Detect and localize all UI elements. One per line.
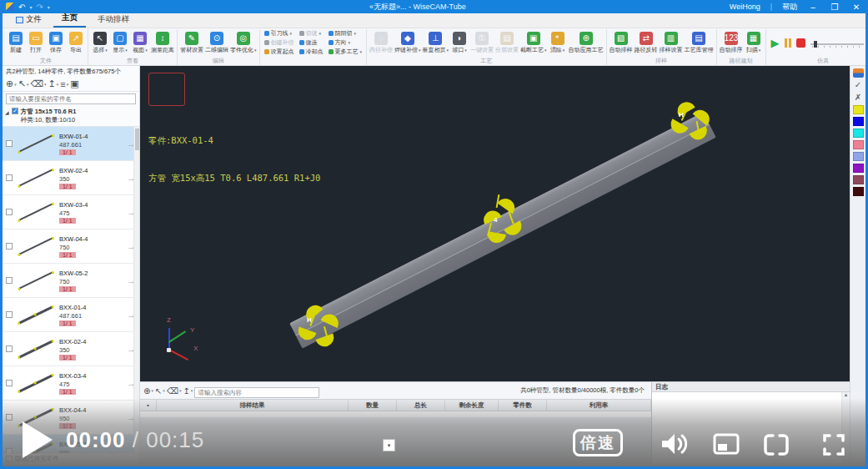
part-list-item[interactable]: BXW-03-4 475 1/ 1 → — [3, 195, 139, 229]
check-circle-icon[interactable]: ✓ — [855, 80, 861, 90]
auto-apply-process-button[interactable]: ⊕ 自动应用工艺▾ — [568, 32, 605, 54]
list-view-button[interactable]: ≡▾ — [60, 79, 68, 89]
video-play-button[interactable] — [23, 421, 53, 458]
result-search-input[interactable] — [194, 387, 319, 398]
color-swatch[interactable] — [853, 117, 864, 126]
color-swatch[interactable] — [853, 129, 864, 138]
part-optimize-button[interactable]: ◎ 零件优化▾ — [229, 32, 258, 54]
pip-icon[interactable] — [713, 433, 740, 456]
weld-seam-comp-button[interactable]: ◆ 焊缝补偿▾ — [394, 32, 422, 54]
tab-file[interactable]: 文件 — [8, 13, 50, 28]
part-checkbox[interactable] — [6, 243, 13, 250]
export-result-button[interactable]: ↥▾ — [183, 386, 193, 396]
layer-setup-button[interactable]: ▤ 分层设置▾ — [494, 32, 519, 54]
path-reverse-button[interactable]: ⇄ 路径反转▾ — [634, 32, 659, 54]
part-checkbox[interactable] — [6, 140, 13, 147]
scan-button[interactable]: ▦ 扫描▾ — [744, 32, 764, 54]
part-list-item[interactable]: BXX-03-4 475 1/ 1 → — [3, 366, 139, 401]
part-checkbox[interactable] — [6, 345, 13, 352]
redo-icon[interactable]: ↷ — [36, 3, 43, 12]
cutoff-process-button[interactable]: ▣ 截断工艺▾ — [519, 32, 548, 54]
color-swatch[interactable] — [853, 187, 864, 196]
fullscreen-icon[interactable] — [821, 433, 846, 456]
viewport-button[interactable]: ▦ 视图▾ — [130, 32, 150, 54]
2d-edit-button[interactable]: ⊙ 二维编辑▾ — [204, 32, 229, 54]
user-name[interactable]: WeiHong — [730, 3, 760, 11]
color-swatch[interactable] — [853, 152, 864, 161]
viewport-3d[interactable]: 零件:BXX-01-4 方管 宽15x高15 T0.6 L487.661 R1+… — [140, 66, 850, 381]
select-part-button[interactable]: ↖▾ — [18, 78, 29, 89]
select-result-button[interactable]: ↖▾ — [155, 386, 165, 396]
sim-play-icon[interactable]: ▶ — [771, 37, 780, 49]
nest-settings-button[interactable]: ▥ 排样设置▾ — [659, 32, 684, 54]
tube-settings-button[interactable]: ✎ 管材设置▾ — [179, 32, 204, 54]
export-part-button[interactable]: ↥▾ — [48, 78, 59, 89]
vertical-intersect-button[interactable]: ⊥ 垂直相贯▾ — [422, 32, 450, 54]
group-checkbox[interactable] — [12, 108, 18, 114]
redo-caret-icon[interactable]: ▾ — [48, 4, 50, 10]
part-checkbox[interactable] — [6, 277, 13, 284]
color-swatch[interactable] — [853, 164, 864, 173]
clear-broom-button[interactable]: ＊ 清除▾ — [548, 32, 568, 54]
lead-line-button[interactable]: 引刀线▾ — [264, 29, 294, 38]
create-compensation-button[interactable]: 创建补偿▾ — [264, 38, 294, 47]
maximize-button[interactable]: ❐ — [829, 3, 840, 12]
process-library-button[interactable]: ▤ 工艺库管理▾ — [684, 32, 715, 54]
open-folder-button[interactable]: ▭ 打开▾ — [26, 32, 46, 54]
one-key-setup-button[interactable]: ① 一键设置▾ — [469, 32, 494, 54]
part-list-item[interactable]: BXX-01-4 487.661 1/ 1 → — [3, 298, 139, 332]
color-swatch[interactable] — [853, 175, 864, 184]
tube-group-header[interactable]: ◢ 方管 15x15 T0.6 R1 种类:10, 数量:10/10 — [3, 106, 139, 127]
tab-manual-nest[interactable]: 手动排样 — [89, 13, 138, 28]
more-process-button[interactable]: 更多工艺▾ — [329, 48, 363, 56]
part-checkbox[interactable] — [6, 174, 13, 181]
part-search-input[interactable] — [6, 93, 136, 104]
delete-result-button[interactable]: ⌫▾ — [167, 386, 182, 396]
save-button[interactable]: ▣ 保存▾ — [46, 32, 66, 54]
micro-joint-button[interactable]: 微连▾ — [299, 38, 324, 47]
select-cursor-button[interactable]: ↖ 选择▾ — [90, 32, 110, 54]
sim-stop-icon[interactable] — [796, 38, 805, 48]
delete-part-button[interactable]: ⌫▾ — [30, 78, 46, 89]
kerf-button[interactable]: 切缝▾ — [299, 29, 324, 38]
part-list-item[interactable]: BXX-02-4 350 1/ 1 → — [3, 332, 139, 366]
bevel-button[interactable]: ◗ 坡口▾ — [449, 32, 469, 54]
sim-pause-icon[interactable] — [785, 38, 791, 48]
part-list-item[interactable]: BXW-04-4 750 1/ 1 → — [3, 229, 139, 264]
playback-speed-button[interactable]: 倍速 — [573, 429, 623, 456]
part-list-item[interactable]: BXW-01-4 487.661 1/ 1 → — [3, 127, 139, 161]
yin-yang-cut-button[interactable]: 阴阳切▾ — [329, 29, 363, 38]
3d-preview-button[interactable]: ▣ — [70, 78, 78, 89]
cross-circle-icon[interactable]: ✗ — [855, 93, 861, 103]
inner-diameter-comp-button[interactable]: ◌ 内径补偿▾ — [369, 32, 394, 54]
palette-icon[interactable] — [853, 68, 864, 78]
direction-button[interactable]: 方向▾ — [329, 38, 363, 47]
web-fullscreen-icon[interactable] — [763, 433, 790, 456]
add-result-button[interactable]: ⊕▾ — [143, 386, 153, 396]
display-button[interactable]: ▢ 显示▾ — [110, 32, 130, 54]
auto-sort-button[interactable]: 123 自动排序▾ — [719, 32, 744, 54]
volume-icon[interactable] — [660, 431, 688, 456]
auto-nest-button[interactable]: ▧ 自动排样▾ — [609, 32, 634, 54]
cooling-point-button[interactable]: 冷却点▾ — [299, 48, 324, 56]
help-button[interactable]: 帮助 — [782, 2, 797, 13]
sim-speed-slider[interactable] — [810, 39, 864, 48]
undo-caret-icon[interactable]: ▾ — [29, 4, 32, 10]
start-point-button[interactable]: 设置起点▾ — [264, 48, 294, 56]
part-checkbox[interactable] — [6, 209, 13, 215]
part-list-item[interactable]: BXW-05-2 750 1/ 1 → — [3, 264, 139, 298]
minimize-button[interactable]: – — [807, 3, 819, 12]
measure-button[interactable]: ↕ 测量距离▾ — [150, 32, 175, 54]
undo-icon[interactable]: ↶ — [18, 3, 25, 12]
color-swatch[interactable] — [853, 105, 864, 114]
part-checkbox[interactable] — [6, 311, 13, 318]
scroll-down-nub[interactable]: ▾ — [383, 439, 395, 451]
tab-home[interactable]: 主页 — [53, 11, 86, 28]
close-button[interactable]: ✕ — [850, 3, 862, 12]
add-part-button[interactable]: ⊕▾ — [6, 78, 17, 89]
export-button[interactable]: ↗ 导出▾ — [66, 32, 86, 54]
color-swatch[interactable] — [853, 140, 864, 149]
part-checkbox[interactable] — [6, 380, 13, 386]
new-file-button[interactable]: ▤ 新建▾ — [6, 32, 26, 54]
part-list-item[interactable]: BXW-02-4 350 1/ 1 → — [3, 161, 139, 195]
